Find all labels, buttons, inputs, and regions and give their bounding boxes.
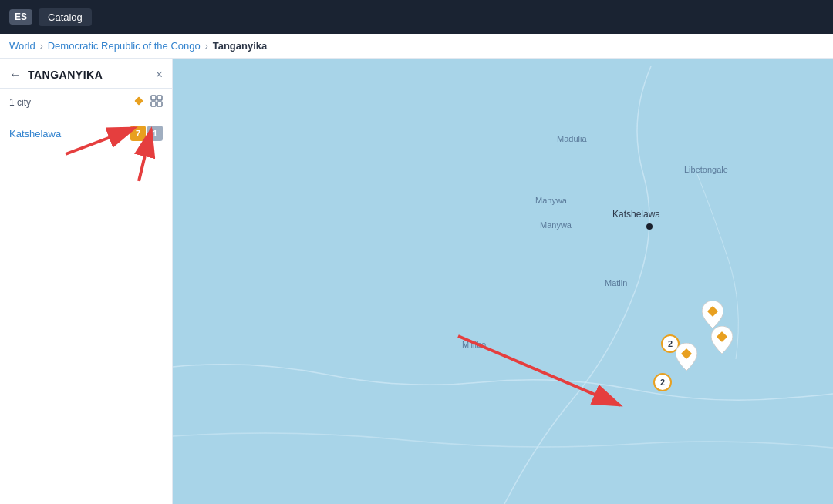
main-content: ← TANGANYIKA × 1 city Katshe xyxy=(0,59,833,504)
diamond-icon xyxy=(133,96,144,109)
stats-count: 1 city xyxy=(9,97,127,108)
sidebar-header: ← TANGANYIKA × xyxy=(0,59,172,89)
map-label-libetongale: Libetongale xyxy=(684,165,728,174)
map-label-manywa2: Manywa xyxy=(540,220,572,230)
map-background xyxy=(173,59,833,504)
svg-rect-3 xyxy=(151,102,156,106)
map-container[interactable]: Madulia Manywa Libetongale Katshelawa Ma… xyxy=(173,59,833,504)
breadcrumb: World › Democratic Republic of the Congo… xyxy=(0,34,833,59)
map-label-millibo: Millibo xyxy=(462,340,486,349)
svg-rect-4 xyxy=(157,102,162,106)
breadcrumb-world[interactable]: World xyxy=(9,40,35,52)
catalog-button[interactable]: Catalog xyxy=(39,8,92,26)
svg-rect-1 xyxy=(151,96,156,100)
topbar: ES Catalog xyxy=(0,0,833,34)
es-badge: ES xyxy=(9,9,32,25)
svg-rect-0 xyxy=(134,96,143,105)
map-city-katshelawa-label: Katshelawa xyxy=(612,209,660,220)
badge-gray: 1 xyxy=(147,126,163,141)
grid-icon xyxy=(150,95,163,109)
sidebar-title: TANGANYIKA xyxy=(28,69,150,81)
sidebar-stats: 1 city xyxy=(0,89,172,116)
marker-pin-1[interactable] xyxy=(702,301,723,328)
list-item-name[interactable]: Katshelawa xyxy=(9,128,129,139)
breadcrumb-sep-1: › xyxy=(40,41,43,52)
map-label-matlin: Matlin xyxy=(605,278,627,287)
sidebar-list: Katshelawa 7 1 xyxy=(0,116,172,504)
cluster-badge-2[interactable]: 2 xyxy=(653,373,672,391)
map-city-dot xyxy=(646,223,653,230)
list-item[interactable]: Katshelawa 7 1 xyxy=(0,119,172,147)
breadcrumb-current: Tanganyika xyxy=(213,40,268,52)
map-label-manywa: Manywa xyxy=(535,196,567,205)
svg-rect-2 xyxy=(157,96,162,100)
badge-orange: 7 xyxy=(130,126,146,141)
close-icon[interactable]: × xyxy=(156,69,163,81)
breadcrumb-sep-2: › xyxy=(205,41,208,52)
marker-pin-3[interactable] xyxy=(676,343,697,371)
marker-pin-2[interactable] xyxy=(711,326,733,354)
map-label-madulia: Madulia xyxy=(557,134,587,143)
breadcrumb-country[interactable]: Democratic Republic of the Congo xyxy=(48,40,201,52)
back-icon[interactable]: ← xyxy=(9,68,22,82)
sidebar: ← TANGANYIKA × 1 city Katshe xyxy=(0,59,173,504)
